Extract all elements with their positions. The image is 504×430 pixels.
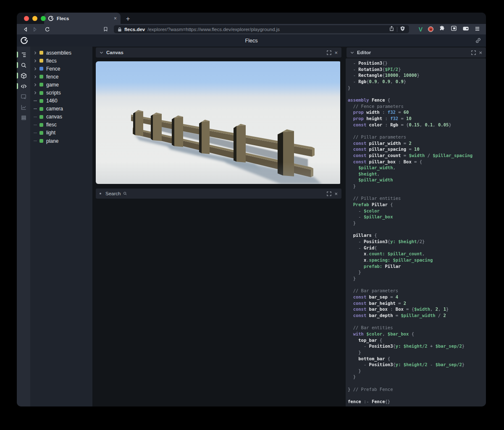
- divider: [397, 27, 397, 32]
- caret-right-icon[interactable]: [34, 59, 37, 63]
- tree-item-label: fence: [46, 74, 58, 80]
- extension-badge-icon[interactable]: [428, 26, 433, 32]
- entity-color-swatch: [39, 51, 43, 55]
- caret-right-icon[interactable]: [34, 51, 37, 55]
- forward-button[interactable]: [30, 25, 39, 34]
- flecs-favicon: [48, 16, 54, 21]
- caret-right-icon[interactable]: [34, 75, 37, 79]
- close-panel-icon[interactable]: ×: [479, 50, 482, 55]
- tree-item-label: flecs: [46, 58, 57, 64]
- fullscreen-icon[interactable]: [327, 50, 331, 55]
- tree-item-1460[interactable]: 1460: [30, 97, 92, 105]
- lock-icon: [118, 27, 122, 32]
- tree-item-flecs[interactable]: flecs: [30, 57, 92, 65]
- url-bar[interactable]: flecs.dev/explorer/?wasm=https://www.fle…: [114, 25, 409, 33]
- tree-item-scripts[interactable]: scripts: [30, 89, 92, 97]
- outliner-icon[interactable]: [17, 50, 30, 60]
- entity-color-swatch: [39, 107, 43, 111]
- brave-shield-icon[interactable]: [400, 26, 405, 33]
- share-icon[interactable]: [389, 26, 394, 33]
- canvas-3d-viewport[interactable]: [96, 61, 341, 184]
- tab-strip: Flecs × +: [17, 13, 486, 24]
- tree-item-assemblies[interactable]: assemblies: [30, 49, 92, 57]
- close-panel-icon[interactable]: ×: [334, 191, 338, 197]
- browser-window: Flecs × + flecs.dev/explorer/?wasm=https…: [17, 13, 486, 406]
- tree-item-Fence[interactable]: Fence: [30, 65, 92, 73]
- tree-item-plane[interactable]: plane: [30, 137, 92, 145]
- link-icon[interactable]: [475, 37, 481, 45]
- wallet-icon[interactable]: [462, 26, 469, 33]
- stats-chart-icon[interactable]: [17, 102, 30, 113]
- close-panel-icon[interactable]: ×: [334, 50, 338, 55]
- tree-line: [34, 141, 37, 142]
- tree-item-label: 1460: [46, 98, 58, 104]
- tree-item-label: Fence: [46, 66, 60, 72]
- tree-line: [34, 108, 37, 109]
- tree-item-label: camera: [46, 106, 63, 112]
- chevron-down-icon[interactable]: [350, 51, 354, 55]
- url-path: /explorer/?wasm=https://www.flecs.dev/ex…: [147, 27, 386, 32]
- entity-color-swatch: [39, 131, 43, 135]
- tree-item-label: plane: [46, 138, 58, 144]
- tree-item-label: assemblies: [46, 50, 71, 56]
- close-window-button[interactable]: [24, 16, 29, 21]
- entity-color-swatch: [39, 75, 43, 79]
- sidebar-toggle-icon[interactable]: [451, 25, 457, 33]
- editor-panel-title: Editor: [357, 50, 371, 55]
- tree-item-flesc[interactable]: flesc: [30, 121, 92, 129]
- tree-item-game[interactable]: game: [30, 81, 92, 89]
- url-domain: flecs.dev: [124, 27, 145, 32]
- code-editor[interactable]: - Position3{} - Rotation3{$PI/2} - Recta…: [346, 58, 486, 406]
- search-icon[interactable]: [17, 60, 30, 71]
- tree-item-label: canvas: [46, 114, 62, 120]
- zoom-window-button[interactable]: [41, 16, 46, 21]
- bullet-icon: [100, 193, 101, 194]
- tree-item-light[interactable]: light: [30, 129, 92, 137]
- tab-flecs[interactable]: Flecs ×: [44, 13, 121, 24]
- tree-item-canvas[interactable]: canvas: [30, 113, 92, 121]
- editor-column: Editor × - Position3{} - Rotation3{$PI/2…: [344, 47, 486, 406]
- fullscreen-icon[interactable]: [471, 50, 476, 55]
- caret-right-icon[interactable]: [34, 83, 37, 87]
- inspector-icon[interactable]: [17, 92, 30, 102]
- main-column: Canvas ×: [92, 47, 344, 406]
- vue-devtools-icon[interactable]: V: [419, 26, 423, 33]
- app-header: Flecs: [17, 34, 486, 47]
- editor-code: - Position3{} - Rotation3{$PI/2} - Recta…: [346, 58, 486, 406]
- search-panel-title: Search: [105, 191, 121, 196]
- entity-color-swatch: [39, 91, 43, 95]
- entity-color-swatch: [39, 139, 43, 143]
- tree-line: [34, 133, 37, 134]
- page-title: Flecs: [17, 38, 486, 44]
- fullscreen-icon[interactable]: [327, 191, 331, 196]
- entity-color-swatch: [39, 67, 43, 71]
- new-tab-button[interactable]: +: [126, 16, 130, 22]
- chevron-down-icon[interactable]: [100, 51, 103, 55]
- search-small-icon: [123, 191, 127, 196]
- minimize-window-button[interactable]: [32, 16, 37, 21]
- traffic-lights: [24, 16, 46, 21]
- entity-color-swatch: [39, 123, 43, 127]
- tree-line: [34, 100, 37, 101]
- code-icon[interactable]: [17, 81, 30, 92]
- tab-close-icon[interactable]: ×: [114, 16, 117, 21]
- data-stack-icon[interactable]: [17, 113, 30, 123]
- tree-item-camera[interactable]: camera: [30, 105, 92, 113]
- extensions-puzzle-icon[interactable]: [439, 25, 445, 33]
- canvas-panel-header: Canvas ×: [96, 47, 341, 58]
- tree-item-fence[interactable]: fence: [30, 73, 92, 81]
- browser-toolbar: flecs.dev/explorer/?wasm=https://www.fle…: [17, 24, 486, 34]
- caret-right-icon[interactable]: [34, 67, 37, 71]
- entities-cube-icon[interactable]: [17, 71, 30, 81]
- menu-icon[interactable]: [475, 26, 480, 33]
- tree-item-label: light: [46, 130, 55, 136]
- back-button[interactable]: [21, 25, 30, 34]
- search-panel-header: Search ×: [96, 189, 341, 199]
- entity-color-swatch: [39, 115, 43, 119]
- bookmark-icon[interactable]: [101, 25, 110, 34]
- reload-button[interactable]: [43, 25, 52, 34]
- tree-line: [34, 117, 37, 118]
- tree-item-label: flesc: [46, 122, 57, 128]
- caret-right-icon[interactable]: [34, 91, 37, 94]
- tab-title: Flecs: [57, 16, 111, 21]
